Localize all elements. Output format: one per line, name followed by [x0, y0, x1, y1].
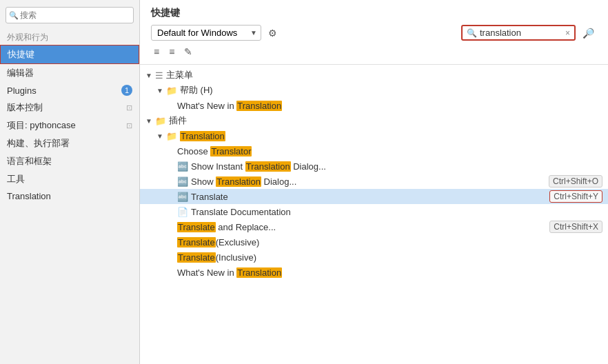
tree-label-translation-group: Translation: [180, 131, 602, 141]
main-content: 快捷键 Default for Windows ▼ ⚙ 🔍 ×: [140, 0, 608, 364]
tree-label-translate-doc: Translate Documentation: [191, 207, 602, 217]
highlight-translation-dialog: Translation: [216, 176, 261, 187]
highlight-translation-2: Translation: [236, 267, 282, 278]
scheme-dropdown-container[interactable]: Default for Windows ▼: [151, 25, 261, 41]
highlight-translator: Translator: [210, 146, 252, 156]
sidebar-item-tools[interactable]: 工具: [0, 170, 139, 188]
search-clear-icon[interactable]: ×: [565, 28, 570, 38]
tree-label-translate: Translate: [191, 192, 544, 202]
tree-label-help: 帮助 (H): [180, 84, 602, 97]
app-container: 🔍 外观和行为 快捷键 编辑器 Plugins 1 版本控制 ⊡ 项目: pyt…: [0, 0, 608, 364]
menu-icon: ☰: [155, 70, 163, 81]
tree-label-show-instant: Show Instant Translation Dialog...: [191, 161, 602, 172]
chevron-plugins: ▼: [145, 117, 154, 125]
translation-folder-icon: 📁: [166, 131, 177, 141]
sidebar-editor-label: 编辑器: [7, 67, 34, 79]
project-page-icon: ⊡: [126, 121, 132, 130]
tree-label-translate-replace: Translate and Replace...: [177, 222, 544, 232]
tree-item-show-instant[interactable]: 🔤 Show Instant Translation Dialog...: [140, 159, 608, 174]
vc-page-icon: ⊡: [126, 103, 132, 112]
sidebar-item-version-control[interactable]: 版本控制 ⊡: [0, 99, 139, 117]
highlight-translation-group: Translation: [180, 131, 225, 141]
sidebar-search-box[interactable]: 🔍: [6, 7, 134, 23]
sidebar-item-build-deploy[interactable]: 构建、执行部署: [0, 134, 139, 152]
sidebar-item-plugins[interactable]: Plugins 1: [0, 82, 139, 99]
tree-item-translate-doc[interactable]: 📄 Translate Documentation: [140, 204, 608, 219]
tree-label-translate-inclusive: Translate(Inclusive): [177, 252, 602, 263]
shortcut-translate-replace: Ctrl+Shift+X: [549, 221, 602, 233]
sidebar-search-input[interactable]: [6, 7, 134, 23]
chevron-help: ▼: [156, 87, 165, 94]
tree-label-choose-translator: Choose Translator: [177, 146, 602, 156]
toolbar-right: 🔍 × 🔎: [461, 25, 597, 41]
tree-item-translate[interactable]: 🔤 Translate Ctrl+Shift+Y: [140, 189, 608, 204]
sidebar-lang-label: 语言和框架: [7, 155, 52, 168]
list-toolbar: ≡ ≡ ✎: [151, 45, 597, 59]
sidebar-keymap-label: 快捷键: [8, 48, 34, 61]
tree-item-help[interactable]: ▼ 📁 帮助 (H): [140, 83, 608, 98]
tree-label-main-menu: 主菜单: [166, 69, 602, 81]
tree-label-whats-new: What's New in Translation: [177, 101, 602, 111]
sidebar-tools-label: 工具: [7, 173, 25, 185]
tree-label-plugins: 插件: [169, 114, 602, 127]
sidebar-build-label: 构建、执行部署: [7, 137, 70, 150]
tree-item-whats-new-2[interactable]: What's New in Translation: [140, 265, 608, 280]
highlight-translate-replace: Translate: [177, 222, 216, 232]
search-field-container: 🔍 ×: [461, 25, 576, 41]
tree-label-whats-new-2: What's New in Translation: [177, 267, 602, 278]
tree-item-translate-replace[interactable]: Translate and Replace... Ctrl+Shift+X: [140, 219, 608, 234]
shortcut-show-translation-dialog: Ctrl+Shift+O: [549, 175, 602, 188]
tree-label-translate-exclusive: Translate(Exclusive): [177, 237, 602, 247]
tree-item-show-translation-dialog[interactable]: 🔤 Show Translation Dialog... Ctrl+Shift+…: [140, 174, 608, 189]
tree-item-translate-exclusive[interactable]: Translate(Exclusive): [140, 234, 608, 250]
sidebar: 🔍 外观和行为 快捷键 编辑器 Plugins 1 版本控制 ⊡ 项目: pyt…: [0, 0, 140, 364]
search-icon: 🔍: [467, 28, 477, 38]
chevron-translation-group: ▼: [156, 132, 165, 140]
edit-button[interactable]: ✎: [181, 45, 195, 59]
sidebar-search-icon: 🔍: [9, 11, 19, 20]
sidebar-item-translation[interactable]: Translation: [0, 188, 139, 204]
tree-item-choose-translator[interactable]: Choose Translator: [140, 143, 608, 159]
plugins-badge: 1: [121, 85, 132, 96]
expand-all-button[interactable]: ≡: [151, 45, 162, 59]
keymap-search-input[interactable]: [480, 28, 563, 38]
highlight-translate-exclusive: Translate: [177, 237, 216, 247]
sidebar-section-label: 外观和行为: [0, 29, 139, 45]
shortcut-translate: Ctrl+Shift+Y: [549, 190, 602, 203]
highlight-translate-inclusive: Translate: [177, 252, 216, 263]
highlight-translation-1: Translation: [236, 101, 282, 111]
scheme-select[interactable]: Default for Windows: [151, 25, 261, 41]
sidebar-translation-label: Translation: [7, 191, 51, 201]
sidebar-item-keymap[interactable]: 快捷键: [0, 45, 139, 64]
toolbar-row: Default for Windows ▼ ⚙ 🔍 × 🔎: [151, 25, 597, 41]
tree-label-show-translation-dialog: Show Translation Dialog...: [191, 176, 543, 187]
folder-help-icon: 📁: [166, 85, 177, 96]
collapse-all-button[interactable]: ≡: [166, 45, 177, 59]
doc-icon: 📄: [177, 207, 188, 217]
search-history-button[interactable]: 🔎: [580, 26, 597, 40]
sidebar-plugins-label: Plugins: [7, 85, 37, 96]
page-title: 快捷键: [151, 7, 597, 19]
sidebar-vc-label: 版本控制: [7, 101, 43, 114]
main-header: 快捷键 Default for Windows ▼ ⚙ 🔍 ×: [140, 0, 608, 65]
translate-icon-instant: 🔤: [177, 161, 188, 172]
sidebar-project-label: 项目: pythoncase: [7, 119, 76, 132]
tree-item-whats-new[interactable]: What's New in Translation: [140, 98, 608, 113]
sidebar-item-project[interactable]: 项目: pythoncase ⊡: [0, 117, 139, 134]
translate-icon-translate: 🔤: [177, 192, 188, 202]
keymap-list: ▼ ☰ 主菜单 ▼ 📁 帮助 (H) What's New in Transla…: [140, 65, 608, 364]
tree-item-translate-inclusive[interactable]: Translate(Inclusive): [140, 250, 608, 265]
sidebar-item-editor[interactable]: 编辑器: [0, 64, 139, 82]
chevron-main-menu: ▼: [145, 72, 154, 79]
translate-icon-dialog: 🔤: [177, 176, 188, 187]
sidebar-item-lang-framework[interactable]: 语言和框架: [0, 152, 139, 170]
gear-icon[interactable]: ⚙: [265, 26, 280, 40]
tree-item-translation-group[interactable]: ▼ 📁 Translation: [140, 128, 608, 143]
tree-item-main-menu[interactable]: ▼ ☰ 主菜单: [140, 68, 608, 83]
highlight-translation-instant: Translation: [245, 161, 291, 172]
tree-item-plugins[interactable]: ▼ 📁 插件: [140, 113, 608, 128]
plugins-folder-icon: 📁: [155, 116, 166, 126]
scheme-dropdown-wrapper: Default for Windows ▼ ⚙: [151, 25, 280, 41]
